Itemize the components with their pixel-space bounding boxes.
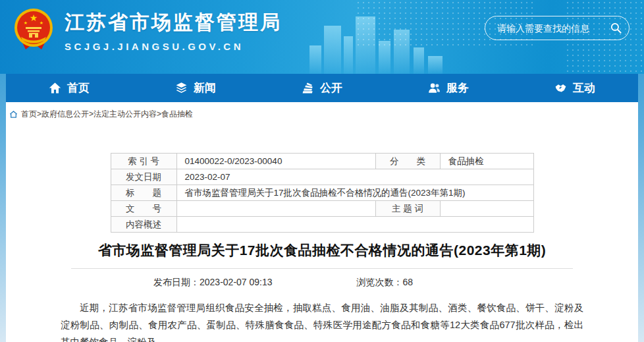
- category-value: 食品抽检: [440, 154, 533, 169]
- site-logo[interactable]: ★ ★ ★ 江苏省市场监督管理局 SCJGJ.JIANGSU.GOV.CN: [12, 7, 282, 53]
- content-area: 首页>政府信息公开>法定主动公开内容>食品抽检 索 引 号 01400022-0…: [6, 102, 638, 342]
- summary-value: [176, 217, 533, 233]
- nav-item-news[interactable]: 新闻: [132, 74, 259, 102]
- article-title: 省市场监督管理局关于17批次食品抽检不合格情况的通告(2023年第1期): [32, 241, 612, 260]
- index-label: 索 引 号: [111, 154, 176, 169]
- site-domain: SCJGJ.JIANGSU.GOV.CN: [65, 41, 282, 52]
- svg-text:★: ★: [30, 13, 38, 23]
- divider: [71, 268, 573, 269]
- users-icon: [428, 82, 441, 94]
- nav-label: 首页: [67, 80, 90, 96]
- category-label: 分 类: [375, 154, 440, 169]
- view-count: 浏览次数：68: [357, 277, 414, 289]
- search-button[interactable]: [603, 16, 629, 40]
- article-meta: 发布日期：2023-02-07 09:13 浏览次数：68: [6, 277, 638, 289]
- table-row: 标 题 省市场监督管理局关于17批次食品抽检不合格情况的通告(2023年第1期): [111, 185, 533, 201]
- layers-icon: [175, 82, 188, 94]
- summary-label: 内容概述: [111, 217, 176, 233]
- table-row: 内容概述: [111, 217, 533, 233]
- nav-item-public[interactable]: 公开: [259, 74, 385, 102]
- breadcrumb-links[interactable]: 首页>政府信息公开>法定主动公开内容>食品抽检: [21, 109, 193, 120]
- nav-item-home[interactable]: 首页: [6, 74, 132, 102]
- main-nav: 首页 新闻 公开 服务: [6, 74, 638, 102]
- doc-info-table: 索 引 号 01400022-0/2023-00040 分 类 食品抽检 发文日…: [111, 153, 534, 233]
- index-value: 01400022-0/2023-00040: [176, 154, 375, 169]
- site-header: ★ ★ ★ 江苏省市场监督管理局 SCJGJ.JIANGSU.GOV.CN: [0, 0, 644, 74]
- nav-label: 互动: [573, 80, 595, 96]
- breadcrumb-home-icon: [9, 110, 18, 119]
- issue-date-value: 2023-02-07: [176, 169, 533, 185]
- search-box[interactable]: [485, 16, 630, 40]
- publish-date: 发布日期：2023-02-07 09:13: [153, 277, 273, 289]
- books-icon: [302, 82, 314, 94]
- handshake-icon: [554, 82, 567, 94]
- nav-item-services[interactable]: 服务: [385, 74, 512, 102]
- publish-date-value: 2023-02-07 09:13: [200, 277, 273, 287]
- publish-date-label: 发布日期：: [153, 277, 200, 287]
- issue-date-label: 发文日期: [111, 169, 176, 185]
- nav-label: 新闻: [194, 80, 216, 96]
- article-paragraph: 近期，江苏省市场监督管理局组织食品安全抽检，抽取糕点、食用油、油脂及其制品、酒类…: [61, 299, 583, 342]
- breadcrumb[interactable]: 首页>政府信息公开>法定主动公开内容>食品抽检: [6, 102, 638, 120]
- home-icon: [49, 82, 61, 94]
- table-row: 发文日期 2023-02-07: [111, 169, 533, 185]
- keywords-value: [440, 201, 533, 217]
- nav-label: 公开: [320, 80, 342, 96]
- table-row: 文 号 主 题 词: [111, 201, 533, 217]
- table-row: 索 引 号 01400022-0/2023-00040 分 类 食品抽检: [111, 154, 533, 169]
- svg-text:★: ★: [24, 20, 28, 25]
- nav-label: 服务: [446, 80, 469, 96]
- site-title: 江苏省市场监督管理局: [65, 9, 282, 36]
- doc-number-value: [176, 201, 375, 217]
- national-emblem-icon: ★ ★ ★: [12, 7, 55, 53]
- view-count-value: 68: [403, 277, 414, 287]
- title-label: 标 题: [111, 185, 176, 201]
- search-input[interactable]: [485, 23, 603, 34]
- search-icon: [610, 22, 622, 34]
- nav-item-interact[interactable]: 互动: [512, 74, 638, 102]
- view-count-label: 浏览次数：: [357, 277, 403, 287]
- title-value: 省市场监督管理局关于17批次食品抽检不合格情况的通告(2023年第1期): [176, 185, 533, 201]
- doc-number-label: 文 号: [111, 201, 176, 217]
- svg-text:★: ★: [40, 20, 43, 25]
- keywords-label: 主 题 词: [375, 201, 440, 217]
